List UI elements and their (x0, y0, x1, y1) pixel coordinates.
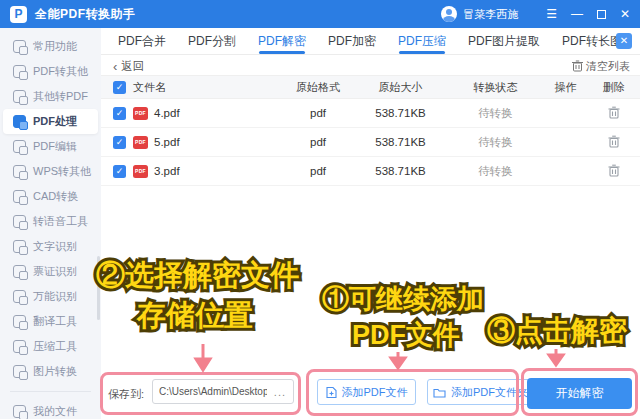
doc-convert-icon (13, 365, 26, 378)
content-panel: PDF合并 PDF分割 PDF解密 PDF加密 PDF压缩 PDF图片提取 PD… (101, 28, 640, 419)
app-title: 全能PDF转换助手 (35, 6, 136, 23)
tab-pdf-image-extract[interactable]: PDF图片提取 (457, 28, 551, 54)
folder-icon (433, 387, 446, 398)
doc-convert-icon (13, 40, 26, 53)
doc-convert-icon (13, 65, 26, 78)
minimize-icon[interactable]: — (571, 0, 583, 28)
maximize-icon[interactable] (597, 10, 606, 19)
sidebar-item-compress[interactable]: 压缩工具 (0, 334, 101, 359)
sidebar-item-pdf-process[interactable]: PDF处理 (3, 109, 98, 134)
file-plus-icon (326, 386, 337, 399)
tab-pdf-decrypt[interactable]: PDF解密 (247, 28, 317, 54)
doc-convert-icon (13, 240, 26, 253)
tab-pdf-encrypt[interactable]: PDF加密 (317, 28, 387, 54)
sidebar-item-my-files[interactable]: 我的文件 (0, 399, 101, 419)
sidebar: 常用功能 PDF转其他 其他转PDF PDF处理 PDF编辑 WPS转其他 CA… (0, 28, 101, 419)
back-button[interactable]: ‹ 返回 (113, 59, 144, 74)
file-status: 待转换 (448, 164, 543, 179)
add-pdf-file-button[interactable]: 添加PDF文件 (317, 379, 416, 405)
doc-convert-icon (13, 215, 26, 228)
sidebar-item-universal-ocr[interactable]: 万能识别 (0, 284, 101, 309)
file-name: 5.pdf (154, 136, 180, 148)
close-icon[interactable]: ✕ (620, 0, 630, 28)
col-filename: 文件名 (133, 80, 283, 95)
file-status: 待转换 (448, 106, 543, 121)
table-toolbar: ‹ 返回 清空列表 (101, 55, 640, 75)
delete-row-icon[interactable] (608, 164, 620, 179)
row-checkbox[interactable]: ✓ (113, 107, 126, 120)
col-action: 操作 (543, 80, 588, 95)
col-status: 转换状态 (448, 80, 543, 95)
table-header: ✓ 文件名 原始格式 原始大小 转换状态 操作 删除 (101, 75, 640, 99)
doc-convert-icon (13, 315, 26, 328)
username[interactable]: 冒菜李西施 (463, 7, 518, 22)
start-decrypt-button[interactable]: 开始解密 (527, 378, 632, 409)
file-status: 待转换 (448, 135, 543, 150)
save-path-input[interactable]: C:\Users\Admin\Desktop ... (152, 379, 294, 404)
tab-pdf-compress[interactable]: PDF压缩 (387, 28, 457, 54)
sidebar-item-other-to-pdf[interactable]: 其他转PDF (0, 84, 101, 109)
file-size: 538.71KB (353, 136, 448, 148)
app-logo-icon: P (10, 6, 27, 23)
col-delete: 删除 (588, 80, 640, 95)
trash-icon (572, 60, 583, 72)
titlebar: P 全能PDF转换助手 冒菜李西施 ☰ — ✕ (0, 0, 640, 28)
file-size: 538.71KB (353, 165, 448, 177)
col-size: 原始大小 (353, 80, 448, 95)
save-to-label: 保存到: (108, 387, 144, 402)
col-format: 原始格式 (283, 80, 353, 95)
doc-convert-icon (13, 340, 26, 353)
sidebar-item-pdf-edit[interactable]: PDF编辑 (0, 134, 101, 159)
doc-convert-icon (13, 190, 26, 203)
sidebar-item-image-convert[interactable]: 图片转换 (0, 359, 101, 384)
file-format: pdf (283, 165, 353, 177)
sidebar-item-cad-convert[interactable]: CAD转换 (0, 184, 101, 209)
pdf-file-icon: PDF (133, 136, 148, 149)
sidebar-scrollbar[interactable] (97, 256, 100, 320)
file-size: 538.71KB (353, 107, 448, 119)
pdf-file-icon: PDF (133, 107, 148, 120)
doc-convert-icon (13, 290, 26, 303)
clear-list-button[interactable]: 清空列表 (572, 59, 630, 74)
sidebar-item-text-ocr[interactable]: 文字识别 (0, 234, 101, 259)
doc-convert-icon (13, 265, 26, 278)
file-name: 3.pdf (154, 165, 180, 177)
row-checkbox[interactable]: ✓ (113, 136, 126, 149)
doc-convert-icon (13, 90, 26, 103)
doc-convert-icon (13, 405, 26, 418)
menu-icon[interactable]: ☰ (546, 0, 557, 28)
back-chevron-icon: ‹ (113, 59, 117, 74)
add-pdf-folder-button[interactable]: 添加PDF文件夹 (427, 379, 534, 405)
select-all-checkbox[interactable]: ✓ (113, 81, 126, 94)
tab-pdf-merge[interactable]: PDF合并 (107, 28, 177, 54)
doc-convert-icon (13, 165, 26, 178)
user-avatar[interactable] (441, 6, 457, 22)
file-name: 4.pdf (154, 107, 180, 119)
table-row: ✓ PDF3.pdf pdf 538.71KB 待转换 (101, 157, 640, 186)
tabs-bar: PDF合并 PDF分割 PDF解密 PDF加密 PDF压缩 PDF图片提取 PD… (101, 28, 640, 55)
file-format: pdf (283, 107, 353, 119)
app-window: P 全能PDF转换助手 冒菜李西施 ☰ — ✕ 常用功能 PDF转其他 其他转P… (0, 0, 640, 419)
sidebar-item-common-tools[interactable]: 常用功能 (0, 34, 101, 59)
sidebar-item-wps-to-other[interactable]: WPS转其他 (0, 159, 101, 184)
doc-convert-icon (13, 140, 26, 153)
delete-row-icon[interactable] (608, 135, 620, 150)
close-tab-icon[interactable]: ✕ (616, 33, 632, 49)
tab-pdf-split[interactable]: PDF分割 (177, 28, 247, 54)
browse-button[interactable]: ... (267, 386, 293, 398)
file-format: pdf (283, 136, 353, 148)
table-row: ✓ PDF5.pdf pdf 538.71KB 待转换 (101, 128, 640, 157)
sidebar-item-to-speech[interactable]: 转语音工具 (0, 209, 101, 234)
doc-convert-icon (13, 115, 26, 128)
table-row: ✓ PDF4.pdf pdf 538.71KB 待转换 (101, 99, 640, 128)
sidebar-item-ticket-ocr[interactable]: 票证识别 (0, 259, 101, 284)
pdf-file-icon: PDF (133, 165, 148, 178)
sidebar-item-pdf-to-other[interactable]: PDF转其他 (0, 59, 101, 84)
sidebar-item-translate[interactable]: 翻译工具 (0, 309, 101, 334)
row-checkbox[interactable]: ✓ (113, 165, 126, 178)
save-path-value: C:\Users\Admin\Desktop (153, 386, 267, 397)
sidebar-divider (10, 391, 91, 392)
delete-row-icon[interactable] (608, 106, 620, 121)
